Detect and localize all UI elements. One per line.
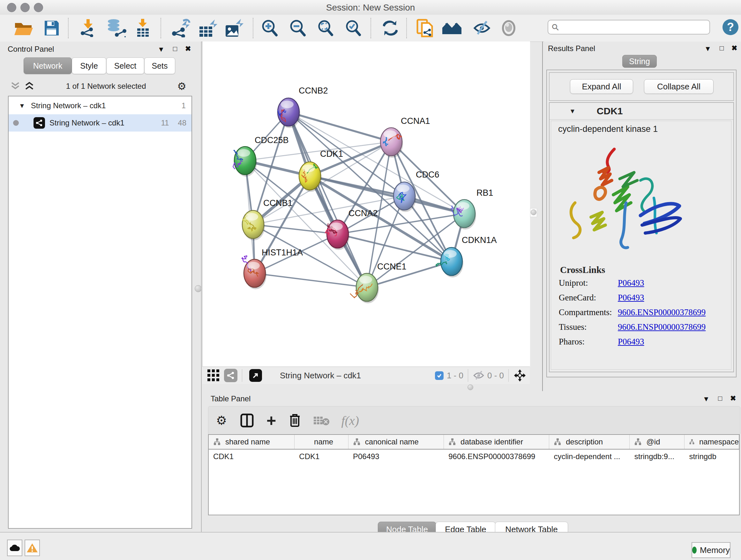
crosslink-link[interactable]: P06493 bbox=[618, 337, 644, 347]
table-cell[interactable]: cyclin-dependent ... bbox=[549, 449, 630, 463]
memory-button[interactable]: Memory bbox=[691, 542, 731, 558]
panel-close-icon[interactable]: ✖ bbox=[730, 394, 736, 402]
panel-close-icon[interactable]: ✖ bbox=[731, 44, 737, 52]
table-settings-gear-icon[interactable]: ⚙ bbox=[216, 414, 227, 428]
grid-view-icon[interactable] bbox=[207, 369, 219, 381]
table-cell[interactable]: CDK1 bbox=[294, 449, 348, 463]
refresh-view-button[interactable] bbox=[382, 19, 398, 37]
zoom-out-button[interactable] bbox=[289, 19, 307, 37]
right-splitter-handle[interactable] bbox=[531, 209, 536, 215]
zoom-selected-button[interactable] bbox=[345, 19, 361, 37]
export-image-button[interactable] bbox=[224, 19, 245, 37]
import-network-from-database-button[interactable] bbox=[105, 19, 128, 37]
open-session-button[interactable] bbox=[13, 19, 35, 37]
crosslink-label: Pharos: bbox=[559, 337, 618, 347]
network-node-CCNA1[interactable]: CCNA1 bbox=[381, 116, 430, 158]
panel-float-icon[interactable]: ▼ bbox=[704, 45, 711, 53]
network-edge[interactable] bbox=[310, 176, 464, 213]
network-collection-row[interactable]: ▼ String Network – cdk1 1 bbox=[9, 97, 192, 114]
panel-float-icon[interactable]: ▼ bbox=[703, 395, 710, 403]
open-in-new-icon[interactable] bbox=[249, 369, 262, 382]
tab-select[interactable]: Select bbox=[106, 57, 144, 74]
create-column-icon[interactable]: + bbox=[266, 414, 276, 427]
collection-expand-icon[interactable]: ▼ bbox=[19, 102, 25, 110]
table-row[interactable]: CDK1CDK1P064939606.ENSP00000378699cyclin… bbox=[209, 449, 739, 463]
collapse-all-button[interactable]: Collapse All bbox=[644, 79, 714, 94]
zoom-in-button[interactable] bbox=[261, 19, 278, 37]
column-header-database-identifier[interactable]: database identifier bbox=[444, 435, 549, 449]
help-button[interactable]: ? bbox=[723, 19, 738, 35]
clone-network-button[interactable] bbox=[416, 19, 434, 37]
node-section-header[interactable]: ▼ CDK1 bbox=[549, 103, 733, 120]
selected-checkbox-icon[interactable] bbox=[435, 371, 444, 380]
network-edge[interactable] bbox=[288, 112, 367, 287]
string-results-box: Expand All Collapse All ▼ CDK1 cyclin-de… bbox=[546, 70, 737, 377]
network-node-RB1[interactable]: RB1 bbox=[451, 188, 493, 230]
column-header-canonical-name[interactable]: canonical name bbox=[348, 435, 444, 449]
network-canvas[interactable]: CCNB2CCNA1CDC25BCDK1CDC6RB1CCNB1CCNA2HIS… bbox=[202, 42, 530, 367]
import-network-from-file-button[interactable] bbox=[78, 19, 98, 37]
panel-undock-icon[interactable]: □ bbox=[720, 44, 724, 52]
table-cell[interactable]: stringdb:9... bbox=[630, 449, 685, 463]
panel-undock-icon[interactable]: □ bbox=[173, 45, 177, 53]
database-icon bbox=[105, 19, 127, 37]
export-table-to-file-button[interactable] bbox=[198, 19, 219, 37]
import-table-from-file-button[interactable] bbox=[134, 19, 152, 37]
cloud-status-button[interactable] bbox=[7, 540, 22, 556]
show-columns-icon[interactable] bbox=[240, 414, 254, 428]
column-header-namespace[interactable]: namespace bbox=[684, 435, 739, 449]
network-edge[interactable] bbox=[255, 273, 367, 287]
horizontal-splitter-handle[interactable] bbox=[468, 384, 473, 390]
crosslink-link[interactable]: P06493 bbox=[618, 293, 644, 303]
zoom-fit-button[interactable] bbox=[317, 19, 334, 37]
network-node-HIST1H1A[interactable]: HIST1H1A bbox=[242, 248, 303, 289]
left-splitter-handle[interactable] bbox=[195, 285, 202, 292]
warning-status-button[interactable] bbox=[24, 540, 40, 556]
expand-all-button[interactable]: Expand All bbox=[570, 79, 633, 94]
section-collapse-icon[interactable]: ▼ bbox=[569, 108, 576, 115]
expand-all-tree-icon[interactable] bbox=[24, 81, 35, 91]
table-cell[interactable]: stringdb bbox=[684, 449, 739, 463]
column-header-shared-name[interactable]: shared name bbox=[209, 435, 294, 449]
column-header-label: namespace bbox=[699, 437, 739, 446]
birds-eye-toggle-icon[interactable] bbox=[513, 369, 527, 382]
column-type-icon bbox=[448, 438, 456, 446]
column-header-@id[interactable]: @id bbox=[630, 435, 684, 449]
crosslink-link[interactable]: 9606.ENSP00000378699 bbox=[618, 307, 705, 317]
first-neighbors-button[interactable] bbox=[441, 19, 463, 37]
node-table[interactable]: shared namenamecanonical namedatabase id… bbox=[208, 434, 740, 515]
network-edge[interactable] bbox=[288, 112, 464, 213]
panel-undock-icon[interactable]: □ bbox=[718, 394, 722, 402]
collapse-all-tree-icon[interactable] bbox=[10, 81, 21, 91]
delete-column-trash-icon[interactable] bbox=[289, 413, 301, 428]
tab-sets[interactable]: Sets bbox=[144, 57, 175, 74]
panel-float-icon[interactable]: ▼ bbox=[158, 45, 165, 54]
right-splitter[interactable] bbox=[530, 208, 537, 217]
panel-close-icon[interactable]: ✖ bbox=[185, 45, 191, 53]
node-label: CDKN1A bbox=[462, 235, 497, 245]
column-header-name[interactable]: name bbox=[294, 435, 348, 449]
table-cell[interactable]: 9606.ENSP00000378699 bbox=[444, 449, 549, 463]
tab-style[interactable]: Style bbox=[72, 57, 106, 74]
search-input[interactable] bbox=[561, 22, 710, 32]
gear-icon[interactable]: ⚙ bbox=[177, 80, 186, 92]
show-graphics-details-button[interactable] bbox=[501, 19, 517, 37]
crosslink-link[interactable]: 9606.ENSP00000378699 bbox=[618, 322, 705, 332]
network-tree: ▼ String Network – cdk1 1 String Network… bbox=[8, 96, 192, 529]
hide-selected-button[interactable] bbox=[473, 19, 491, 37]
network-row-selected[interactable]: String Network – cdk1 11 48 bbox=[9, 114, 192, 132]
network-edge[interactable] bbox=[253, 225, 338, 234]
table-cell[interactable]: P06493 bbox=[348, 449, 444, 463]
crosslink-link[interactable]: P06493 bbox=[618, 278, 644, 288]
export-network-to-file-button[interactable] bbox=[171, 19, 192, 37]
column-header-description[interactable]: description bbox=[549, 435, 630, 449]
table-cell[interactable]: CDK1 bbox=[209, 449, 294, 463]
tab-network[interactable]: Network bbox=[23, 57, 72, 74]
network-node-CDKN1A[interactable]: CDKN1A bbox=[436, 235, 496, 277]
share-view-icon[interactable] bbox=[224, 369, 238, 382]
network-selection-bar: 1 of 1 Network selected ⚙ bbox=[8, 77, 191, 95]
function-builder-icon: f(x) bbox=[341, 413, 359, 428]
node-label: HIST1H1A bbox=[262, 248, 303, 257]
save-session-button[interactable] bbox=[44, 19, 60, 37]
tab-string[interactable]: String bbox=[622, 55, 657, 68]
